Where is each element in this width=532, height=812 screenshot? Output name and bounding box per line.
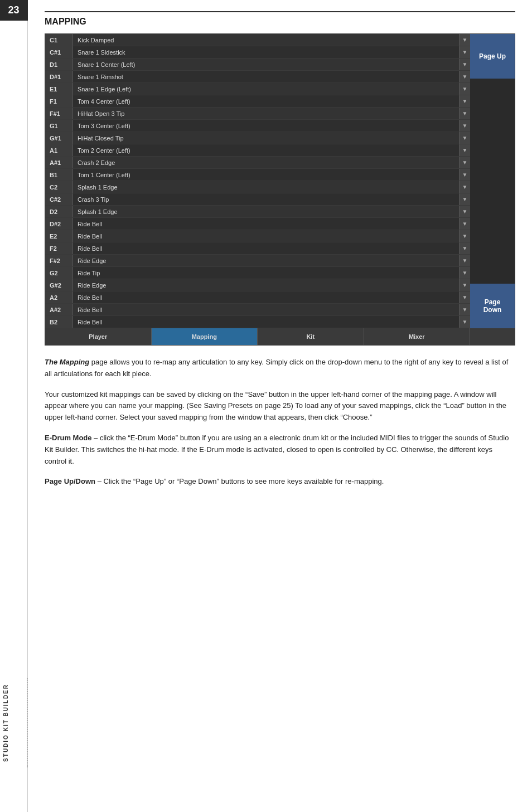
table-row: D1Snare 1 Center (Left)▼ bbox=[45, 59, 470, 71]
key-cell: A1 bbox=[45, 144, 73, 156]
table-row: E2Ride Bell▼ bbox=[45, 230, 470, 242]
key-cell: A#1 bbox=[45, 157, 73, 168]
dropdown-button[interactable]: ▼ bbox=[459, 242, 470, 254]
table-row: F1Tom 4 Center (Left)▼ bbox=[45, 95, 470, 108]
name-cell: Splash 1 Edge bbox=[73, 206, 459, 217]
table-row: F#2Ride Edge▼ bbox=[45, 255, 470, 267]
key-cell: C#1 bbox=[45, 46, 73, 58]
section-title: MAPPING bbox=[45, 11, 515, 27]
dropdown-button[interactable]: ▼ bbox=[459, 193, 470, 205]
dropdown-button[interactable]: ▼ bbox=[459, 120, 470, 132]
table-row: G#1HiHat Closed Tip▼ bbox=[45, 132, 470, 144]
nav-tabs: PlayerMappingKitMixer bbox=[45, 328, 515, 345]
dropdown-button[interactable]: ▼ bbox=[459, 83, 470, 95]
name-cell: Ride Bell bbox=[73, 316, 459, 328]
table-row: D#2Ride Bell▼ bbox=[45, 218, 470, 230]
dropdown-button[interactable]: ▼ bbox=[459, 59, 470, 70]
page-number: 23 bbox=[0, 0, 28, 21]
key-cell: F#2 bbox=[45, 255, 73, 266]
table-row: C#1Snare 1 Sidestick▼ bbox=[45, 46, 470, 59]
dropdown-button[interactable]: ▼ bbox=[459, 71, 470, 82]
name-cell: Ride Bell bbox=[73, 291, 459, 303]
key-cell: C2 bbox=[45, 181, 73, 193]
dropdown-button[interactable]: ▼ bbox=[459, 95, 470, 107]
key-cell: A#2 bbox=[45, 304, 73, 315]
name-cell: Snare 1 Sidestick bbox=[73, 46, 459, 58]
dropdown-button[interactable]: ▼ bbox=[459, 291, 470, 303]
dropdown-button[interactable]: ▼ bbox=[459, 132, 470, 144]
mapping-table-wrapper: C1Kick Damped▼C#1Snare 1 Sidestick▼D1Sna… bbox=[45, 34, 515, 328]
table-row: A#1Crash 2 Edge▼ bbox=[45, 157, 470, 169]
dropdown-button[interactable]: ▼ bbox=[459, 255, 470, 266]
name-cell: Ride Bell bbox=[73, 230, 459, 242]
table-row: C1Kick Damped▼ bbox=[45, 34, 470, 46]
left-sidebar: 23 STUDIO KIT BUILDER bbox=[0, 0, 28, 812]
tab-mapping[interactable]: Mapping bbox=[152, 328, 258, 345]
name-cell: Snare 1 Rimshot bbox=[73, 71, 459, 82]
side-spacer bbox=[470, 79, 515, 284]
body-text-container: The Mapping page allows you to re-map an… bbox=[45, 357, 515, 488]
dropdown-button[interactable]: ▼ bbox=[459, 144, 470, 156]
key-cell: D1 bbox=[45, 59, 73, 70]
table-row: E1Snare 1 Edge (Left)▼ bbox=[45, 83, 470, 95]
dropdown-button[interactable]: ▼ bbox=[459, 279, 470, 291]
table-row: F#1HiHat Open 3 Tip▼ bbox=[45, 108, 470, 120]
page-down-button[interactable]: Page Down bbox=[470, 284, 515, 328]
dropdown-button[interactable]: ▼ bbox=[459, 108, 470, 119]
dropdown-button[interactable]: ▼ bbox=[459, 169, 470, 181]
nav-tab-spacer bbox=[470, 328, 515, 345]
key-cell: A2 bbox=[45, 291, 73, 303]
name-cell: HiHat Open 3 Tip bbox=[73, 108, 459, 119]
table-row: A2Ride Bell▼ bbox=[45, 291, 470, 304]
tab-mixer[interactable]: Mixer bbox=[364, 328, 471, 345]
table-row: D#1Snare 1 Rimshot▼ bbox=[45, 71, 470, 83]
side-buttons: Page Up Page Down bbox=[470, 34, 515, 328]
body-paragraph-p3: E-Drum Mode – click the “E-Drum Mode” bu… bbox=[45, 432, 515, 467]
name-cell: Ride Edge bbox=[73, 255, 459, 266]
name-cell: Crash 3 Tip bbox=[73, 193, 459, 205]
key-cell: D2 bbox=[45, 206, 73, 217]
dropdown-button[interactable]: ▼ bbox=[459, 157, 470, 168]
dropdown-button[interactable]: ▼ bbox=[459, 267, 470, 279]
name-cell: Tom 4 Center (Left) bbox=[73, 95, 459, 107]
table-row: B2Ride Bell▼ bbox=[45, 316, 470, 328]
key-cell: E1 bbox=[45, 83, 73, 95]
name-cell: Ride Tip bbox=[73, 267, 459, 279]
key-cell: G#1 bbox=[45, 132, 73, 144]
name-cell: HiHat Closed Tip bbox=[73, 132, 459, 144]
table-row: C2Splash 1 Edge▼ bbox=[45, 181, 470, 193]
name-cell: Splash 1 Edge bbox=[73, 181, 459, 193]
name-cell: Tom 3 Center (Left) bbox=[73, 120, 459, 132]
body-paragraph-p4: Page Up/Down – Click the “Page Up” or “P… bbox=[45, 476, 515, 488]
key-cell: C1 bbox=[45, 34, 73, 46]
table-row: F2Ride Bell▼ bbox=[45, 242, 470, 255]
table-row: G#2Ride Edge▼ bbox=[45, 279, 470, 291]
mapping-rows: C1Kick Damped▼C#1Snare 1 Sidestick▼D1Sna… bbox=[45, 34, 470, 328]
dropdown-button[interactable]: ▼ bbox=[459, 46, 470, 58]
body-paragraph-p1: The Mapping page allows you to re-map an… bbox=[45, 357, 515, 380]
name-cell: Ride Edge bbox=[73, 279, 459, 291]
tab-player[interactable]: Player bbox=[45, 328, 152, 345]
dropdown-button[interactable]: ▼ bbox=[459, 304, 470, 315]
name-cell: Tom 2 Center (Left) bbox=[73, 144, 459, 156]
studio-kit-builder-label: STUDIO KIT BUILDER bbox=[0, 678, 28, 767]
page-up-button[interactable]: Page Up bbox=[470, 34, 515, 79]
dropdown-button[interactable]: ▼ bbox=[459, 218, 470, 230]
tab-kit[interactable]: Kit bbox=[258, 328, 364, 345]
dropdown-button[interactable]: ▼ bbox=[459, 206, 470, 217]
dropdown-button[interactable]: ▼ bbox=[459, 181, 470, 193]
dropdown-button[interactable]: ▼ bbox=[459, 316, 470, 328]
main-content: MAPPING C1Kick Damped▼C#1Snare 1 Sidesti… bbox=[28, 0, 532, 513]
body-paragraph-p2: Your customized kit mappings can be save… bbox=[45, 389, 515, 424]
name-cell: Ride Bell bbox=[73, 218, 459, 230]
dropdown-button[interactable]: ▼ bbox=[459, 34, 470, 46]
key-cell: G2 bbox=[45, 267, 73, 279]
key-cell: C#2 bbox=[45, 193, 73, 205]
dropdown-button[interactable]: ▼ bbox=[459, 230, 470, 242]
mapping-ui: C1Kick Damped▼C#1Snare 1 Sidestick▼D1Sna… bbox=[45, 33, 515, 346]
name-cell: Ride Bell bbox=[73, 242, 459, 254]
key-cell: F2 bbox=[45, 242, 73, 254]
key-cell: F1 bbox=[45, 95, 73, 107]
key-cell: G#2 bbox=[45, 279, 73, 291]
table-row: A#2Ride Bell▼ bbox=[45, 304, 470, 316]
